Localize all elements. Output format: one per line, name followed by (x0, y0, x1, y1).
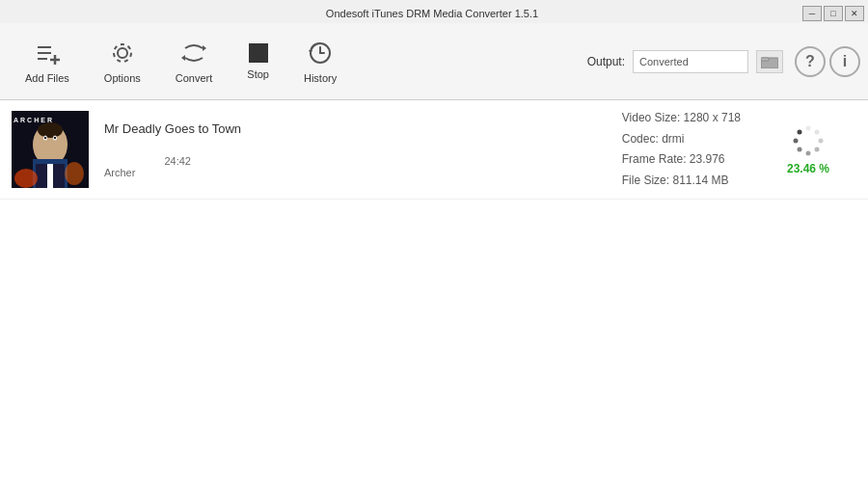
convert-button[interactable]: Convert (158, 23, 231, 99)
svg-point-30 (815, 147, 820, 152)
svg-point-32 (798, 147, 802, 152)
video-size: Video Size: 1280 x 718 (622, 108, 741, 129)
file-series: Archer (104, 167, 135, 178)
thumbnail: ARCHER (12, 111, 89, 188)
add-files-icon (34, 40, 61, 67)
svg-point-20 (44, 137, 46, 139)
svg-point-33 (794, 139, 799, 144)
title-bar: Ondesoft iTunes DRM Media Converter 1.5.… (0, 0, 868, 23)
svg-marker-10 (309, 50, 312, 54)
help-icon: ? (805, 53, 815, 70)
svg-rect-23 (47, 164, 53, 188)
options-label: Options (104, 72, 141, 84)
svg-point-31 (806, 151, 811, 156)
file-title: Mr Deadly Goes to Town (104, 121, 603, 136)
window-controls: ─ □ ✕ (802, 6, 864, 21)
table-row: ARCHER Mr Deadly Goes to Town Archer 24:… (0, 100, 868, 200)
svg-text:ARCHER: ARCHER (14, 117, 54, 123)
window-title: Ondesoft iTunes DRM Media Converter 1.5.… (62, 8, 802, 19)
file-info: Mr Deadly Goes to Town Archer 24:42 (104, 121, 603, 178)
history-button[interactable]: History (286, 23, 354, 99)
svg-point-17 (38, 122, 63, 138)
help-button[interactable]: ? (795, 46, 826, 77)
svg-point-6 (114, 44, 131, 62)
svg-point-5 (118, 48, 127, 58)
file-duration: 24:42 (164, 155, 191, 167)
output-area: Output: (587, 50, 783, 73)
svg-point-34 (798, 130, 802, 135)
progress-area: 23.46 % (760, 123, 856, 175)
spinner (791, 123, 826, 158)
svg-marker-8 (181, 55, 185, 61)
minimize-button[interactable]: ─ (802, 6, 822, 21)
svg-marker-7 (203, 45, 206, 51)
output-label: Output: (587, 55, 625, 68)
history-icon (307, 40, 334, 67)
stop-label: Stop (247, 68, 269, 80)
svg-point-27 (806, 126, 811, 131)
convert-icon (180, 40, 207, 67)
svg-point-29 (819, 139, 824, 144)
series-duration-row: Archer 24:42 (104, 144, 603, 178)
stop-button[interactable]: Stop (230, 23, 286, 99)
options-button[interactable]: Options (87, 23, 158, 99)
content-area: ARCHER Mr Deadly Goes to Town Archer 24:… (0, 100, 868, 482)
svg-point-24 (14, 169, 38, 188)
maximize-button[interactable]: □ (824, 6, 843, 21)
progress-text: 23.46 % (787, 162, 829, 175)
options-icon (109, 40, 136, 67)
toolbar: Add Files Options Convert Stop (0, 23, 868, 100)
thumbnail-image: ARCHER (12, 111, 89, 188)
svg-point-21 (54, 137, 56, 139)
output-input[interactable] (633, 50, 748, 73)
codec: Codec: drmi (622, 129, 741, 150)
frame-rate: Frame Rate: 23.976 (622, 149, 741, 171)
info-button[interactable]: i (829, 46, 860, 77)
close-button[interactable]: ✕ (845, 6, 864, 21)
history-label: History (304, 72, 337, 84)
add-files-label: Add Files (25, 72, 69, 84)
svg-point-28 (815, 130, 820, 135)
add-files-button[interactable]: Add Files (8, 23, 87, 99)
browse-folder-button[interactable] (756, 50, 783, 73)
svg-point-25 (65, 162, 84, 185)
convert-label: Convert (176, 72, 213, 84)
meta-info: Video Size: 1280 x 718 Codec: drmi Frame… (622, 108, 741, 191)
info-icon: i (843, 53, 847, 70)
stop-icon (249, 43, 268, 63)
file-size: File Size: 811.14 MB (622, 171, 741, 192)
svg-rect-12 (761, 58, 769, 61)
